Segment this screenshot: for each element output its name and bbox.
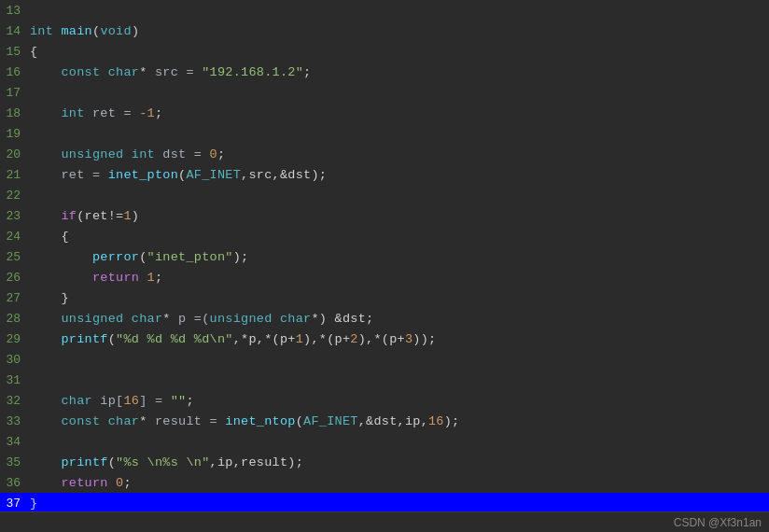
code-line: 23 if(ret!=1) bbox=[0, 205, 769, 226]
code-content: perror("inet_pton"); bbox=[30, 250, 248, 264]
code-line: 26 return 1; bbox=[0, 267, 769, 287]
code-line: 13 bbox=[0, 0, 769, 21]
code-line: 30 bbox=[0, 349, 769, 370]
line-number: 18 bbox=[0, 106, 30, 120]
line-number: 32 bbox=[0, 394, 30, 408]
line-number: 37 bbox=[0, 497, 30, 511]
code-line: 22 bbox=[0, 185, 769, 205]
code-line: 17 bbox=[0, 82, 769, 103]
code-line: 18 int ret = -1; bbox=[0, 103, 769, 123]
line-number: 27 bbox=[0, 291, 30, 305]
line-number: 23 bbox=[0, 209, 30, 223]
code-line: 16 const char* src = "192.168.1.2"; bbox=[0, 62, 769, 82]
code-content: } bbox=[30, 497, 37, 511]
code-line: 19 bbox=[0, 123, 769, 144]
code-content bbox=[30, 4, 37, 18]
code-content: const char* src = "192.168.1.2"; bbox=[30, 65, 311, 79]
code-content bbox=[30, 189, 37, 203]
line-number: 22 bbox=[0, 189, 30, 203]
code-content: { bbox=[30, 45, 37, 59]
code-content: const char* result = inet_ntop(AF_INET,&… bbox=[30, 414, 460, 428]
line-number: 20 bbox=[0, 147, 30, 161]
line-number: 13 bbox=[0, 4, 30, 18]
code-content: if(ret!=1) bbox=[30, 209, 139, 223]
code-editor: 13 14int main(void)15{16 const char* src… bbox=[0, 0, 769, 521]
line-number: 14 bbox=[0, 24, 30, 38]
code-content bbox=[30, 435, 37, 449]
bottom-bar: CSDN @Xf3n1an bbox=[0, 511, 769, 532]
code-line: 25 perror("inet_pton"); bbox=[0, 246, 769, 267]
line-number: 34 bbox=[0, 435, 30, 449]
code-line: 14int main(void) bbox=[0, 21, 769, 41]
code-content bbox=[30, 127, 37, 141]
code-content: return 0; bbox=[30, 476, 132, 490]
code-line: 37} bbox=[0, 493, 769, 513]
code-content: { bbox=[30, 230, 69, 244]
line-number: 36 bbox=[0, 476, 30, 490]
code-content: } bbox=[30, 291, 69, 305]
code-line: 21 ret = inet_pton(AF_INET,src,&dst); bbox=[0, 164, 769, 185]
line-number: 28 bbox=[0, 312, 30, 326]
code-line: 15{ bbox=[0, 41, 769, 62]
watermark-text: CSDN @Xf3n1an bbox=[674, 516, 762, 529]
code-content: unsigned char* p =(unsigned char*) &dst; bbox=[30, 312, 373, 326]
code-content: char ip[16] = ""; bbox=[30, 394, 194, 408]
line-number: 33 bbox=[0, 414, 30, 428]
line-number: 31 bbox=[0, 373, 30, 387]
code-content: printf("%d %d %d %d\n",*p,*(p+1),*(p+2),… bbox=[30, 332, 436, 346]
line-number: 26 bbox=[0, 271, 30, 285]
code-content bbox=[30, 86, 37, 100]
line-number: 29 bbox=[0, 332, 30, 346]
code-line: 27 } bbox=[0, 287, 769, 308]
line-number: 19 bbox=[0, 127, 30, 141]
line-number: 25 bbox=[0, 250, 30, 264]
line-number: 16 bbox=[0, 65, 30, 79]
code-content: int ret = -1; bbox=[30, 106, 162, 120]
code-line: 35 printf("%s \n%s \n",ip,result); bbox=[0, 452, 769, 472]
line-number: 30 bbox=[0, 353, 30, 367]
code-content: printf("%s \n%s \n",ip,result); bbox=[30, 455, 303, 469]
line-number: 21 bbox=[0, 168, 30, 182]
code-line: 28 unsigned char* p =(unsigned char*) &d… bbox=[0, 308, 769, 329]
code-line: 32 char ip[16] = ""; bbox=[0, 390, 769, 411]
code-content bbox=[30, 353, 37, 367]
code-content: unsigned int dst = 0; bbox=[30, 147, 225, 161]
code-content: ret = inet_pton(AF_INET,src,&dst); bbox=[30, 168, 327, 182]
code-content: int main(void) bbox=[30, 24, 139, 38]
code-line: 29 printf("%d %d %d %d\n",*p,*(p+1),*(p+… bbox=[0, 329, 769, 349]
code-content bbox=[30, 373, 37, 387]
line-number: 15 bbox=[0, 45, 30, 59]
line-number: 35 bbox=[0, 455, 30, 469]
code-line: 33 const char* result = inet_ntop(AF_INE… bbox=[0, 411, 769, 431]
line-number: 17 bbox=[0, 86, 30, 100]
code-content: return 1; bbox=[30, 271, 162, 285]
code-line: 24 { bbox=[0, 226, 769, 246]
code-line: 31 bbox=[0, 370, 769, 390]
line-number: 24 bbox=[0, 230, 30, 244]
code-line: 34 bbox=[0, 431, 769, 452]
code-line: 20 unsigned int dst = 0; bbox=[0, 144, 769, 164]
code-line: 36 return 0; bbox=[0, 472, 769, 493]
